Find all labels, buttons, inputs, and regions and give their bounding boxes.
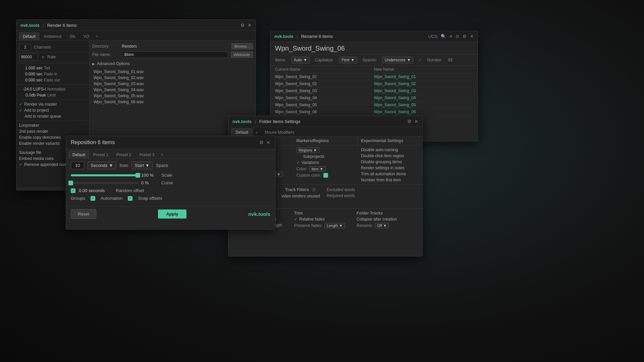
custom-color-swatch[interactable] xyxy=(323,173,328,178)
reposition-tab-bar: Default Preset 1 Preset 2 Preset 3 + xyxy=(66,149,275,159)
rename-options: Items: Auto ▼ Capitalize: First ▼ Spaces… xyxy=(270,55,478,66)
reposition-gear-icon[interactable]: ⚙ xyxy=(259,140,264,145)
capitalize-dropdown-arrow: ▼ xyxy=(351,58,355,62)
number-label: Number xyxy=(427,58,442,62)
rename-row-5: Wpn_Sword_Swing_05 Wpn_Sword_Swing_05 xyxy=(275,102,473,109)
rate-input[interactable] xyxy=(19,54,38,60)
spaces-value: Underscore xyxy=(385,58,406,62)
snap-check[interactable]: ✓ xyxy=(128,196,132,201)
rename-gear-icon[interactable]: ⚙ xyxy=(463,34,467,39)
folder-tracks-header: Folder Tracks xyxy=(357,210,419,216)
rename-header: nvk.tools | Rename 6 items UCS 🔍 ≡ ⊙ ⚙ ✕ xyxy=(270,31,478,42)
variations-row: ✓ Variations xyxy=(297,160,354,166)
render-tab-default[interactable]: Default xyxy=(19,33,39,40)
collapse-after-label: Collapse after creation xyxy=(357,217,397,222)
render-top-row: Channels xyxy=(16,43,89,52)
color-dropdown[interactable]: Item ▼ xyxy=(309,166,326,172)
browse-button[interactable]: Browse... xyxy=(231,43,253,49)
capitalize-dropdown[interactable]: First ▼ xyxy=(339,57,357,63)
channels-input[interactable] xyxy=(19,44,31,51)
add-to-project[interactable]: ✓ Add to project xyxy=(16,107,89,113)
folder-tab-mouse[interactable]: Mouse Modifiers xyxy=(261,129,298,136)
add-to-project-label: Add to project xyxy=(24,108,49,113)
curve-thumb[interactable] xyxy=(68,181,73,185)
render-header: nvk.tools | Render 6 items ⚙ ✕ xyxy=(16,20,256,31)
reposition-header-icons: ⚙ ✕ xyxy=(259,140,270,145)
reset-button[interactable]: Reset xyxy=(71,209,96,219)
wildcards-button[interactable]: Wildcards xyxy=(231,52,253,58)
folder-title: nvk.tools | Folder Items Settings xyxy=(232,119,301,124)
remove-appended-label: Remove appended numb xyxy=(24,162,69,167)
subprojects-label: Subprojects xyxy=(303,154,324,159)
reposition-close-icon[interactable]: ✕ xyxy=(266,140,270,145)
spaces-dropdown-arrow: ▼ xyxy=(407,58,411,62)
rename-target-icon[interactable]: ⊙ xyxy=(455,34,459,39)
repo-tab-preset1[interactable]: Preset 1 xyxy=(90,151,112,159)
fadeout-label: Fade out xyxy=(44,78,87,82)
folder-tab-default[interactable]: Default xyxy=(231,128,253,136)
render-tab-sfx[interactable]: Sfx xyxy=(66,33,79,40)
items-dropdown[interactable]: Auto ▼ xyxy=(291,57,310,63)
rename-dropdown[interactable]: Off ▼ xyxy=(375,223,389,228)
curve-row: 0 % Curve xyxy=(71,180,270,185)
folder-tab-add[interactable]: + xyxy=(253,129,260,136)
automation-check[interactable]: ✓ xyxy=(91,196,95,201)
capitalize-label: Capitalize: xyxy=(315,58,334,62)
fadeout-value: 0.000 sec xyxy=(19,78,43,82)
render-sep: | xyxy=(43,23,44,28)
rename-ucs-icon[interactable]: UCS xyxy=(428,34,437,39)
folder-title-text: Folder Items Settings xyxy=(259,119,301,124)
rename-old-4: Wpn_Sword_Swing_04 xyxy=(275,96,374,100)
track-filters-help[interactable]: ? xyxy=(312,187,316,192)
render-via-master[interactable]: ✓ Render via master xyxy=(16,101,89,107)
col-current: Current Name xyxy=(275,67,374,72)
folder-gear-icon[interactable]: ⚙ xyxy=(407,119,412,124)
render-tab-vo[interactable]: VO xyxy=(80,33,93,40)
relative-fades-label: Relative fades xyxy=(299,217,325,222)
pass-render[interactable]: 2nd pass render xyxy=(16,128,89,134)
normalize-value: -24.0 LUFS-I xyxy=(19,87,46,92)
advanced-options[interactable]: ▶ Advanced Options xyxy=(92,60,253,67)
reposition-header: Reposition 6 items ⚙ ✕ xyxy=(66,136,275,149)
rename-close-icon[interactable]: ✕ xyxy=(470,34,474,39)
loopmaker[interactable]: Loopmaker xyxy=(16,122,89,128)
collapse-after-row: Collapse after creation xyxy=(357,216,419,222)
spaces-dropdown[interactable]: Underscore ▼ xyxy=(382,57,413,63)
curve-track[interactable] xyxy=(71,182,138,184)
rate-dropdown-arrow: ▼ xyxy=(41,55,45,59)
render-title: nvk.tools | Render 6 items xyxy=(20,23,77,28)
rename-search-icon[interactable]: 🔍 xyxy=(441,34,446,39)
scale-thumb[interactable] xyxy=(136,173,140,178)
seconds-dropdown-arrow: ▼ xyxy=(109,163,113,168)
render-tab-ambience[interactable]: Ambience xyxy=(40,33,65,40)
render-close-icon[interactable]: ✕ xyxy=(248,22,252,28)
rename-row-2: Wpn_Sword_Swing_02 Wpn_Sword_Swing_02 xyxy=(275,80,473,87)
rename-old-6: Wpn_Sword_Swing_06 xyxy=(275,110,374,114)
folder-close-icon[interactable]: ✕ xyxy=(414,119,418,124)
seconds-dropdown[interactable]: Seconds ▼ xyxy=(88,162,116,169)
start-dropdown[interactable]: Start ▼ xyxy=(131,162,152,169)
scale-track[interactable] xyxy=(71,174,138,176)
seconds-input[interactable] xyxy=(71,162,84,169)
relative-fades-row: ✓ Relative fades xyxy=(294,216,357,222)
repo-tab-preset2[interactable]: Preset 2 xyxy=(113,151,135,159)
filename-input[interactable] xyxy=(122,51,228,58)
normalize-row: -24.0 LUFS-I Normalize xyxy=(16,86,89,92)
preserve-fades-dropdown[interactable]: Length ▼ xyxy=(324,223,345,228)
apply-button[interactable]: Apply xyxy=(158,209,186,219)
number-check: ✓ xyxy=(419,58,422,62)
regions-dropdown[interactable]: Regions ▼ xyxy=(297,147,319,153)
render-gear-icon[interactable]: ⚙ xyxy=(240,22,245,28)
offset-checkbox[interactable]: ✓ xyxy=(71,188,75,193)
rename-table: Current Name New Name Wpn_Sword_Swing_01… xyxy=(270,66,478,116)
track-filters-label: Track Filters xyxy=(285,187,309,192)
capitalize-value: First xyxy=(341,58,349,62)
repo-tab-add[interactable]: + xyxy=(159,150,165,159)
trim-automation-label: Trim all automation items xyxy=(361,172,406,176)
render-tab-add[interactable]: + xyxy=(94,32,100,40)
rename-list-icon[interactable]: ≡ xyxy=(449,34,452,39)
repo-tab-default[interactable]: Default xyxy=(69,151,89,159)
add-to-render-queue[interactable]: Add to render queue xyxy=(16,113,89,119)
repo-tab-preset3[interactable]: Preset 3 xyxy=(136,151,158,159)
folder-brand: nvk.tools xyxy=(232,119,252,124)
